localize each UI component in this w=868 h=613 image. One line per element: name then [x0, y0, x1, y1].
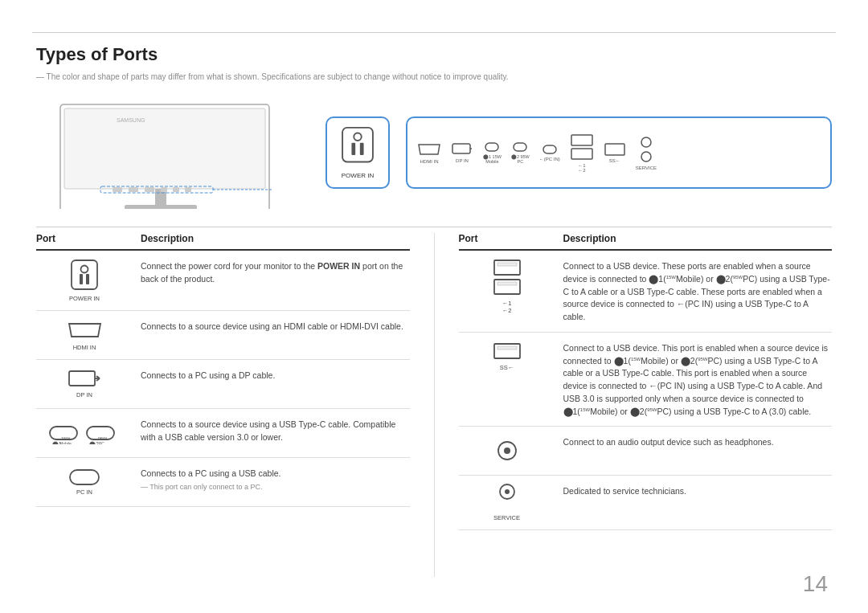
port-icon-dp: DP IN: [36, 368, 141, 400]
port-icon-usb3: SS←: [459, 341, 563, 373]
svg-rect-29: [80, 274, 83, 284]
diag-pcin: ←(PC IN): [539, 144, 560, 161]
desc-power-in: Connect the power cord for your monitor …: [141, 259, 410, 286]
svg-text:⬤2: ⬤2: [89, 441, 99, 444]
monitor-illustration: SAMSUNG: [36, 96, 309, 209]
vertical-divider: [434, 233, 435, 577]
svg-rect-22: [571, 135, 592, 145]
port-icon-power-in: POWER IN: [36, 259, 141, 302]
right-th-port: Port: [459, 233, 563, 244]
table-row-service: SERVICE Dedicated to service technicians…: [459, 476, 833, 530]
svg-rect-30: [86, 274, 89, 284]
svg-rect-43: [70, 470, 99, 484]
svg-rect-23: [571, 149, 592, 159]
table-row-audio: Connect to an audio output device such a…: [459, 427, 833, 476]
diag-usb3: SS←: [604, 142, 626, 163]
desc-usb2: Connect to a USB device. These ports are…: [563, 259, 833, 324]
svg-rect-44: [494, 260, 520, 275]
desc-audio: Connect to an audio output device such a…: [563, 435, 833, 449]
svg-rect-27: [72, 260, 97, 289]
svg-point-28: [81, 266, 88, 273]
svg-rect-24: [605, 144, 624, 155]
svg-rect-49: [497, 346, 517, 349]
subtitle-text: The color and shape of parts may differ …: [36, 72, 509, 81]
port-icon-usbc: ⬤1 15W Mobile ⬤2 95W PC: [36, 417, 141, 449]
svg-rect-21: [543, 145, 556, 153]
pcin-note: This port can only connect to a PC.: [141, 483, 262, 491]
svg-point-51: [504, 447, 510, 454]
svg-rect-16: [360, 143, 364, 155]
svg-rect-48: [494, 344, 520, 358]
table-row-usb3: SS← Connect to a USB device. This port i…: [459, 333, 833, 427]
svg-rect-7: [113, 187, 122, 192]
diag-usba: ←1←2: [570, 133, 594, 173]
table-row-usb2: ←1←2 Connect to a USB device. These port…: [459, 251, 833, 333]
power-port-diag-label: POWER IN: [342, 172, 374, 179]
port-icon-usb2: ←1←2: [459, 259, 563, 314]
svg-rect-46: [494, 280, 520, 294]
desc-usb3: Connect to a USB device. This port is en…: [563, 341, 833, 419]
ports-panel-diagram: HDMI IN DP IN ⬤1 15WMobile: [406, 116, 832, 189]
svg-point-14: [354, 133, 361, 141]
page-number: 14: [803, 571, 828, 597]
port-label-power-in: POWER IN: [69, 295, 100, 302]
right-port-table: Port Description ←1←2 Connect to a USB d…: [459, 233, 833, 577]
tables-area: Port Description POWER IN Connect the po…: [36, 233, 832, 577]
diagram-divider: [36, 227, 832, 227]
svg-rect-10: [161, 187, 167, 192]
right-table-header: Port Description: [459, 233, 833, 251]
svg-point-25: [641, 137, 651, 147]
port-label-pcin: PC IN: [76, 488, 92, 496]
left-port-table: Port Description POWER IN Connect the po…: [36, 233, 410, 577]
svg-rect-45: [497, 263, 517, 266]
diag-usbc1: ⬤1 15WMobile: [483, 141, 502, 164]
desc-hdmi: Connects to a source device using an HDM…: [141, 319, 410, 333]
right-th-desc: Description: [563, 233, 833, 244]
diag-dp: DP IN: [451, 142, 473, 163]
svg-rect-12: [185, 187, 191, 192]
svg-rect-11: [173, 187, 179, 192]
left-th-desc: Description: [141, 233, 410, 244]
left-table-header: Port Description: [36, 233, 410, 251]
svg-rect-19: [485, 143, 498, 151]
svg-rect-8: [129, 187, 138, 192]
table-row-usbc: ⬤1 15W Mobile ⬤2 95W PC Connects to a so…: [36, 409, 410, 458]
svg-point-26: [641, 152, 651, 161]
port-icon-hdmi: HDMI IN: [36, 319, 141, 351]
desc-usbc: Connects to a source device using a USB …: [141, 417, 410, 444]
table-row-hdmi: HDMI IN Connects to a source device usin…: [36, 311, 410, 360]
table-row-power-in: POWER IN Connect the power cord for your…: [36, 251, 410, 311]
svg-text:PC: PC: [99, 441, 104, 444]
port-label-dp: DP IN: [76, 391, 92, 398]
ports-row-1: HDMI IN DP IN ⬤1 15WMobile: [417, 133, 821, 173]
diag-hdmi: HDMI IN: [417, 141, 441, 164]
diag-audio-service: SERVICE: [636, 136, 657, 170]
table-row-dp: DP IN Connects to a PC using a DP cable.: [36, 360, 410, 409]
svg-rect-1: [64, 108, 265, 189]
port-icon-service: SERVICE: [459, 484, 563, 521]
table-row-pcin: PC IN Connects to a PC using a USB cable…: [36, 458, 410, 507]
left-th-port: Port: [36, 233, 141, 244]
desc-dp: Connects to a PC using a DP cable.: [141, 368, 410, 382]
port-label-service: SERVICE: [493, 514, 520, 521]
top-divider: [32, 32, 836, 33]
svg-rect-20: [514, 143, 526, 151]
port-icon-pcin: PC IN: [36, 466, 141, 498]
svg-text:Mobile: Mobile: [59, 441, 72, 444]
svg-rect-47: [497, 282, 517, 285]
desc-service: Dedicated to service technicians.: [563, 484, 833, 498]
port-icon-audio: [459, 435, 563, 467]
svg-rect-9: [145, 187, 154, 192]
diagram-area: SAMSUNG POWER IN: [36, 88, 832, 217]
svg-rect-31: [69, 371, 95, 386]
svg-rect-17: [452, 144, 470, 153]
page-title: Types of Ports: [36, 44, 158, 65]
desc-pcin: Connects to a PC using a USB cable. This…: [141, 466, 410, 493]
diag-usbc2: ⬤2 95WPC: [511, 141, 530, 164]
svg-rect-15: [351, 143, 355, 155]
power-port-diagram: POWER IN: [326, 116, 390, 189]
port-label-hdmi: HDMI IN: [73, 344, 96, 351]
svg-text:SAMSUNG: SAMSUNG: [117, 117, 145, 123]
svg-point-53: [505, 489, 510, 494]
svg-rect-4: [125, 205, 197, 209]
